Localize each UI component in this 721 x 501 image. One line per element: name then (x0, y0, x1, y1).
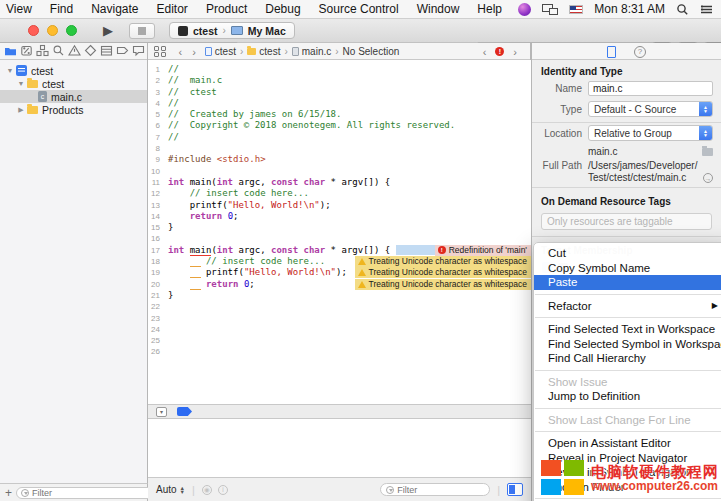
breadcrumb-main-c[interactable]: main.c (292, 46, 331, 57)
code-line[interactable]: 12 // insert code here... (148, 188, 531, 199)
menu-item-source-control[interactable]: Source Control (310, 0, 408, 18)
console-filter-input[interactable] (397, 485, 484, 495)
code-line[interactable]: 23 (148, 313, 531, 324)
code-line[interactable]: 8 (148, 143, 531, 154)
choose-folder-icon[interactable] (702, 148, 713, 156)
add-button[interactable]: + (5, 488, 12, 498)
spotlight-icon[interactable] (676, 3, 689, 16)
source-control-icon[interactable] (20, 43, 33, 61)
code-line[interactable]: 22 (148, 301, 531, 312)
next-issue-button[interactable]: › (508, 46, 522, 58)
menu-item-editor[interactable]: Editor (148, 0, 197, 18)
code-line[interactable]: 5// Created by james on 6/15/18. (148, 109, 531, 120)
previous-issue-button[interactable]: ‹ (478, 46, 492, 58)
code-line[interactable]: 3// ctest (148, 87, 531, 98)
menu-item-debug[interactable]: Debug (256, 0, 309, 18)
menu-item-product[interactable]: Product (197, 0, 256, 18)
context-menu-item-find-selected-symbol-in-workspace[interactable]: Find Selected Symbol in Workspace (534, 337, 721, 352)
displays-icon[interactable] (542, 4, 558, 15)
context-menu-item-find-call-hierarchy[interactable]: Find Call Hierarchy (534, 351, 721, 366)
breakpoints-icon[interactable] (116, 43, 129, 61)
disclosure-open-icon[interactable]: ▼ (17, 80, 25, 87)
go-forward-button[interactable]: › (187, 46, 201, 58)
code-line[interactable]: 18 // insert code here...Treating Unicod… (148, 256, 531, 267)
type-dropdown[interactable]: Default - C Source ▲▼ (588, 101, 713, 117)
siri-icon[interactable] (518, 3, 531, 16)
disclosure-open-icon[interactable]: ▼ (6, 67, 14, 74)
code-line[interactable]: 9#include <stdio.h> (148, 154, 531, 165)
variables-view-scope[interactable]: Auto (156, 484, 177, 495)
notification-center-icon[interactable] (700, 3, 713, 16)
menu-item-window[interactable]: Window (408, 0, 469, 18)
inline-warning-annotation[interactable]: Treating Unicode character as whitespace (355, 267, 531, 278)
context-menu-item-jump-to-definition[interactable]: Jump to Definition (534, 389, 721, 404)
menu-bar-clock[interactable]: Mon 8:31 AM (594, 2, 665, 16)
tree-item-products[interactable]: ▶Products (0, 103, 147, 116)
code-line[interactable]: 25 (148, 335, 531, 346)
code-line[interactable]: 13 printf("Hello, World!\n"); (148, 200, 531, 211)
code-line[interactable]: 19 printf("Hello, World!\n");Treating Un… (148, 267, 531, 278)
quick-help-tab[interactable]: ? (634, 46, 646, 58)
code-line[interactable]: 1// (148, 64, 531, 75)
navigator-filter-input[interactable] (32, 488, 149, 498)
symbols-icon[interactable] (36, 43, 49, 61)
breadcrumb-ctest[interactable]: ctest (247, 46, 280, 57)
inline-error-annotation[interactable]: !Redefinition of 'main' (435, 245, 531, 256)
code-line[interactable]: 10 (148, 166, 531, 177)
filter-variables-icon[interactable]: ◉ (202, 485, 212, 495)
code-line[interactable]: 26 (148, 346, 531, 357)
code-line[interactable]: 11int main(int argc, const char * argv[]… (148, 177, 531, 188)
context-menu-item-refactor[interactable]: Refactor▶ (534, 299, 721, 314)
source-editor[interactable]: 1//2// main.c3// ctest4//5// Created by … (148, 60, 531, 404)
breadcrumb-no-selection[interactable]: No Selection (343, 46, 400, 57)
code-line[interactable]: 14 return 0; (148, 211, 531, 222)
tree-item-main-c[interactable]: cmain.c (0, 90, 147, 103)
project-navigator-icon[interactable] (4, 43, 17, 61)
tree-item-ctest[interactable]: ▼ctest (0, 77, 147, 90)
issue-error-icon[interactable]: ! (495, 47, 504, 56)
tree-item-ctest[interactable]: ▼ctest (0, 64, 147, 77)
debug-console[interactable] (148, 419, 531, 477)
code-line[interactable]: 2// main.c (148, 75, 531, 86)
context-menu-item-paste[interactable]: Paste (534, 275, 721, 290)
code-line[interactable]: 6// Copyright © 2018 onenotegem. All rig… (148, 120, 531, 131)
context-menu-item-find-selected-text-in-workspace[interactable]: Find Selected Text in Workspace (534, 322, 721, 337)
code-line[interactable]: 20 return 0;Treating Unicode character a… (148, 279, 531, 290)
inline-warning-annotation[interactable]: Treating Unicode character as whitespace (355, 279, 531, 290)
console-view-toggle[interactable] (507, 483, 523, 496)
debug-icon[interactable] (100, 43, 113, 61)
go-back-button[interactable]: ‹ (174, 46, 188, 58)
inline-warning-annotation[interactable]: Treating Unicode character as whitespace (355, 256, 531, 267)
context-menu-item-open-in-assistant-editor[interactable]: Open in Assistant Editor (534, 436, 721, 451)
menu-item-view[interactable]: View (0, 0, 41, 18)
scope-stepper-icon[interactable]: ▲▼ (180, 486, 185, 494)
code-line[interactable]: 4// (148, 98, 531, 109)
collapse-debug-icon[interactable]: ▾ (156, 407, 167, 417)
menu-item-help[interactable]: Help (468, 0, 511, 18)
us-flag-icon[interactable] (569, 5, 583, 14)
code-line[interactable]: 17int main(int argc, const char * argv[]… (148, 245, 531, 256)
odr-tags-field[interactable]: Only resources are taggable (541, 213, 712, 230)
context-menu-item-copy-symbol-name[interactable]: Copy Symbol Name (534, 261, 721, 276)
minimize-window-button[interactable] (47, 25, 58, 36)
code-line[interactable]: 7// (148, 132, 531, 143)
location-dropdown[interactable]: Relative to Group ▲▼ (588, 125, 713, 141)
scheme-selector[interactable]: ctest › My Mac (169, 22, 295, 39)
info-icon[interactable]: i (218, 485, 228, 495)
context-menu-item-cut[interactable]: Cut (534, 246, 721, 261)
menu-item-navigate[interactable]: Navigate (82, 0, 147, 18)
name-field[interactable] (588, 81, 713, 96)
disclosure-closed-icon[interactable]: ▶ (17, 106, 25, 114)
breadcrumb-ctest[interactable]: ctest (205, 46, 236, 57)
stop-button[interactable] (129, 23, 155, 39)
code-line[interactable]: 15} (148, 222, 531, 233)
code-line[interactable]: 16 (148, 233, 531, 244)
open-in-finder-arrow-icon[interactable]: → (703, 173, 713, 183)
file-inspector-tab[interactable] (607, 46, 616, 58)
console-filter-field[interactable] (380, 483, 490, 496)
code-line[interactable]: 21} (148, 290, 531, 301)
breakpoint-tag-icon[interactable] (177, 407, 192, 416)
close-window-button[interactable] (28, 25, 39, 36)
code-line[interactable]: 24 (148, 324, 531, 335)
zoom-window-button[interactable] (66, 25, 77, 36)
